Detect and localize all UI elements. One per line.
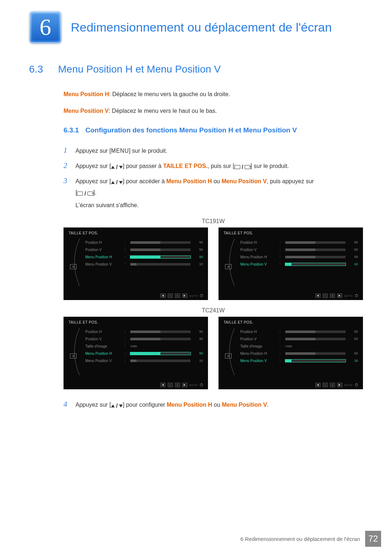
osd-auto-label: AUTO (344, 384, 353, 386)
definition-h-term: Menu Position H (64, 91, 109, 97)
osd-title: TAILLE ET POS. (69, 231, 203, 235)
osd-item-label: Position H (240, 241, 277, 245)
step-text: Appuyez sur [MENU] sur le produit. (75, 145, 167, 156)
footer-text: 6 Redimensionnement ou déplacement de l'… (240, 536, 360, 542)
osd-item-label: Position H (85, 241, 122, 245)
osd-item-label: Position V (85, 337, 122, 341)
osd-item-value: 50 (196, 255, 203, 259)
step-3: 3 Appuyez sur [/] pour accéder à Menu Po… (64, 174, 363, 198)
steps-list: 1 Appuyez sur [MENU] sur le produit. 2 A… (64, 143, 363, 198)
osd-row-item: Position H:50 (240, 239, 358, 246)
osd-item-value: 10 (351, 262, 358, 266)
osd-item-value: 50 (351, 330, 358, 333)
chapter-header: 6 Redimensionnement ou déplacement de l'… (29, 11, 363, 44)
osd-row-item: Taille d'image:Auto (85, 342, 203, 350)
colon: : (124, 359, 127, 363)
osd-item-value: 50 (351, 241, 358, 244)
osd-panel: TAILLE ET POS.⊞Position H:50Position V:5… (219, 317, 363, 389)
definition-v-term: Menu Position V (64, 108, 109, 114)
osd-row-item: Position V:50 (240, 335, 358, 342)
up-down-icon: / (111, 177, 123, 188)
osd-item-value: 50 (351, 337, 358, 341)
power-icon (355, 294, 358, 297)
colon: : (124, 344, 127, 348)
enter-icon: / (234, 162, 250, 173)
colon: : (124, 255, 127, 259)
text-fragment: ou (212, 178, 222, 184)
osd-row-item: Menu Position H:50 (85, 350, 203, 357)
osd-row-tc191w: TAILLE ET POS.⊞Position H:50Position V:5… (64, 227, 363, 300)
colon: : (279, 255, 282, 259)
power-icon (200, 383, 203, 386)
page-number: 72 (365, 531, 381, 547)
osd-slider-bar (130, 256, 191, 258)
osd-category-icon: ⊞ (225, 353, 232, 358)
model-label-a: TC191W (64, 218, 363, 225)
keyword: Menu Position V (222, 402, 267, 408)
keyword: Menu Position H (166, 178, 212, 184)
up-down-icon: / (111, 162, 123, 173)
osd-plus-icon: + (330, 383, 335, 387)
osd-row-item: Menu Position V:10 (240, 357, 358, 364)
osd-nav-right-icon (182, 294, 187, 298)
osd-category-icon: ⊞ (70, 264, 77, 269)
osd-row-item: Position H:50 (85, 239, 203, 246)
osd-row-item: Menu Position V:10 (85, 260, 203, 268)
osd-slider-bar (130, 360, 191, 362)
text-fragment: Appuyez sur [ (75, 163, 111, 169)
osd-arc: ⊞ (224, 239, 237, 286)
subsection-heading: 6.3.1 Configuration des fonctions Menu P… (64, 126, 363, 134)
osd-item-value: 50 (196, 330, 203, 333)
text-fragment: ] pour configurer (123, 402, 167, 408)
chapter-number: 6 (40, 14, 51, 41)
text-fragment: . (267, 402, 269, 408)
osd-item-label: Menu Position V (85, 262, 122, 266)
osd-nav-left-icon (315, 383, 320, 387)
osd-title: TAILLE ET POS. (224, 320, 358, 324)
step-number: 4 (64, 397, 70, 411)
colon: : (279, 262, 282, 266)
colon: : (279, 344, 282, 348)
osd-item-label: Menu Position H (85, 255, 122, 259)
osd-row-item: Position V:50 (85, 246, 203, 253)
osd-footer: −+AUTO (315, 383, 358, 387)
osd-nav-right-icon (337, 294, 342, 298)
osd-slider-bar (285, 338, 346, 340)
step-number: 2 (64, 159, 70, 172)
osd-arc: ⊞ (69, 239, 82, 286)
osd-item-label: Position H (85, 330, 122, 334)
section-number: 6.3 (29, 63, 58, 75)
colon: : (124, 248, 127, 252)
osd-panel: TAILLE ET POS.⊞Position H:50Position V:5… (219, 227, 363, 300)
text-fragment: ] sur le produit. (129, 148, 167, 154)
text-fragment: Appuyez sur [ (75, 148, 111, 154)
keyword: Menu Position V (221, 178, 266, 184)
text-fragment: Appuyez sur [ (75, 178, 111, 184)
osd-nav-left-icon (160, 383, 166, 387)
step-number: 1 (64, 143, 70, 157)
osd-row-item: Taille d'image:Auto (240, 342, 358, 350)
osd-title: TAILLE ET POS. (224, 231, 358, 235)
text-fragment: ] pour passer à (123, 163, 163, 169)
osd-slider-bar (285, 360, 346, 362)
osd-row-item: Position H:50 (85, 328, 203, 335)
page-footer: 6 Redimensionnement ou déplacement de l'… (0, 531, 392, 547)
step-4: 4 Appuyez sur [/] pour configurer Menu P… (64, 397, 363, 411)
osd-minus-icon: − (323, 383, 328, 387)
osd-item-value: 50 (196, 337, 203, 341)
up-down-icon: / (111, 401, 123, 411)
steps-list-cont: 4 Appuyez sur [/] pour configurer Menu P… (64, 397, 363, 411)
colon: : (279, 337, 282, 341)
osd-minus-icon: − (168, 383, 173, 387)
osd-minus-icon: − (168, 294, 173, 298)
osd-item-value: 50 (196, 248, 203, 251)
osd-nav-right-icon (337, 383, 342, 387)
definition-h: Menu Position H: Déplacez le menu vers l… (64, 90, 363, 99)
subsection-title: Configuration des fonctions Menu Positio… (85, 126, 297, 134)
step-text: Appuyez sur [/] pour accéder à Menu Posi… (75, 176, 314, 198)
osd-row-item: Menu Position V:10 (85, 357, 203, 364)
osd-item-label: Taille d'image (240, 344, 277, 348)
osd-item-value: 10 (196, 359, 203, 362)
colon: : (279, 352, 282, 356)
section-heading: 6.3Menu Position H et Menu Position V (29, 63, 363, 75)
